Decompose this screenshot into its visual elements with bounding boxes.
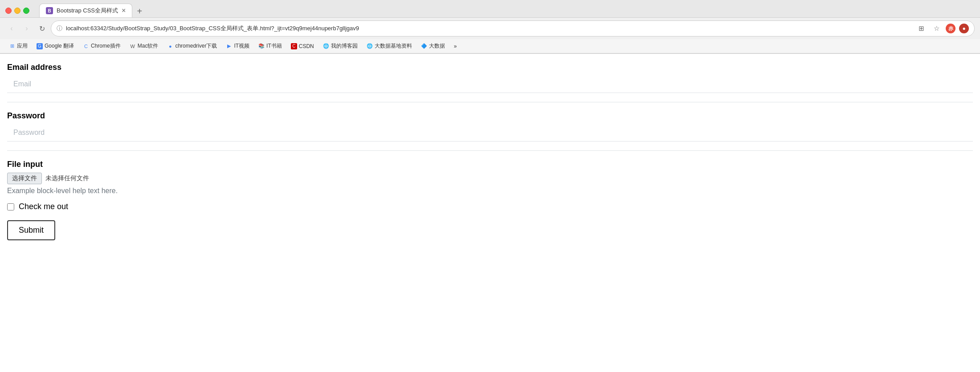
bookmark-mac-software[interactable]: W Mac软件 <box>126 41 162 51</box>
bookmark-google-translate[interactable]: G Google 翻译 <box>33 41 78 51</box>
navigation-bar: ‹ › ↻ ⓘ localhost:63342/Study/BootStrap_… <box>0 17 980 39</box>
checkbox-label[interactable]: Check me out <box>19 202 68 211</box>
email-input[interactable] <box>7 76 973 93</box>
back-icon: ‹ <box>10 24 12 32</box>
traffic-light-green[interactable] <box>23 8 29 14</box>
csdn-icon: C <box>291 43 297 49</box>
bookmark-csdn[interactable]: C CSDN <box>287 42 318 51</box>
password-input[interactable] <box>7 124 973 142</box>
file-input-wrapper: 选择文件 未选择任何文件 <box>7 173 973 184</box>
bookmark-it-video[interactable]: ▶ IT视频 <box>222 41 253 51</box>
translate-icon: ⊞ <box>919 24 924 32</box>
apps-icon: ⊞ <box>9 43 15 49</box>
address-bar[interactable]: ⓘ localhost:63342/Study/BootStrap_Study/… <box>51 20 975 36</box>
traffic-lights <box>5 8 29 14</box>
email-section: Email address <box>7 63 973 102</box>
forward-icon: › <box>25 24 28 32</box>
bookmark-label: IT书籍 <box>266 42 282 50</box>
password-section: Password <box>7 111 973 151</box>
help-text: Example block-level help text here. <box>7 187 973 195</box>
traffic-light-red[interactable] <box>5 8 12 14</box>
tab-close-button[interactable]: × <box>122 7 126 14</box>
bookmark-label: Google 翻译 <box>45 42 74 50</box>
browser-chrome: B Bootstrap CSS全局样式 × + ‹ › ↻ ⓘ localhos… <box>0 0 980 54</box>
translate-button[interactable]: ⊞ <box>915 23 927 34</box>
google-translate-icon: G <box>37 43 43 49</box>
bookmark-label: Mac软件 <box>138 42 159 50</box>
check-me-out-checkbox[interactable] <box>7 203 14 210</box>
traffic-light-yellow[interactable] <box>14 8 20 14</box>
tab-favicon: B <box>46 7 53 14</box>
page-content: Email address Password File input 选择文件 未… <box>0 54 980 372</box>
address-text: localhost:63342/Study/BootStrap_Study/03… <box>66 24 359 32</box>
video-icon: ▶ <box>226 43 232 49</box>
user-avatar[interactable]: 赤 <box>946 24 956 33</box>
file-label: File input <box>7 160 973 169</box>
password-divider <box>7 150 973 151</box>
address-actions: ⊞ ☆ 赤 ● <box>915 23 969 34</box>
bookmark-label: 应用 <box>17 42 28 50</box>
bigdata-icon: 🌐 <box>367 43 373 49</box>
tab-title: Bootstrap CSS全局样式 <box>57 7 118 15</box>
reload-icon: ↻ <box>39 24 45 33</box>
checkbox-wrapper: Check me out <box>7 202 973 211</box>
bookmark-label: 大数据基地资料 <box>375 42 412 50</box>
books-icon: 📚 <box>258 43 265 49</box>
bigdata2-icon: 🔷 <box>421 43 427 49</box>
bookmark-it-books[interactable]: 📚 IT书籍 <box>255 41 286 51</box>
active-tab[interactable]: B Bootstrap CSS全局样式 × <box>39 4 132 17</box>
file-choose-button[interactable]: 选择文件 <box>7 173 42 184</box>
back-button[interactable]: ‹ <box>5 22 18 35</box>
bookmark-label: chromedriver下载 <box>175 42 217 50</box>
blog-icon: 🌐 <box>323 43 329 49</box>
bookmark-label: » <box>454 43 457 49</box>
secure-icon: ⓘ <box>57 24 62 32</box>
new-tab-button[interactable]: + <box>133 5 146 17</box>
file-input-section: File input 选择文件 未选择任何文件 Example block-le… <box>7 160 973 195</box>
bookmark-chromedriver[interactable]: ● chromedriver下载 <box>163 41 220 51</box>
bookmark-label: 大数据 <box>429 42 445 50</box>
forward-button[interactable]: › <box>20 22 33 35</box>
mac-icon: W <box>130 43 136 49</box>
bookmark-bigdata-resources[interactable]: 🌐 大数据基地资料 <box>363 41 416 51</box>
password-label: Password <box>7 111 973 121</box>
file-no-file-text: 未选择任何文件 <box>45 174 89 182</box>
bookmark-chrome-plugins[interactable]: C Chrome插件 <box>79 41 124 51</box>
bookmark-label: CSDN <box>299 43 314 49</box>
extension-icon[interactable]: ● <box>959 24 969 33</box>
bookmark-label: 我的博客园 <box>331 42 358 50</box>
email-label: Email address <box>7 63 973 72</box>
bookmark-label: IT视频 <box>234 42 249 50</box>
bookmarks-bar: ⊞ 应用 G Google 翻译 C Chrome插件 W Mac软件 ● ch… <box>0 39 980 53</box>
reload-button[interactable]: ↻ <box>36 22 48 35</box>
bookmark-my-blog[interactable]: 🌐 我的博客园 <box>319 41 361 51</box>
title-bar: B Bootstrap CSS全局样式 × + <box>0 0 980 17</box>
submit-button[interactable]: Submit <box>7 220 55 240</box>
email-divider <box>7 102 973 102</box>
chromedriver-icon: ● <box>167 43 173 49</box>
bookmark-more[interactable]: » <box>450 42 461 51</box>
bookmark-button[interactable]: ☆ <box>931 23 942 34</box>
star-icon: ☆ <box>934 24 939 32</box>
bookmark-label: Chrome插件 <box>91 42 121 50</box>
bookmark-apps[interactable]: ⊞ 应用 <box>5 41 31 51</box>
chrome-icon: C <box>83 43 89 49</box>
tab-bar: B Bootstrap CSS全局样式 × + <box>39 4 146 17</box>
bookmark-bigdata[interactable]: 🔷 大数据 <box>417 41 449 51</box>
